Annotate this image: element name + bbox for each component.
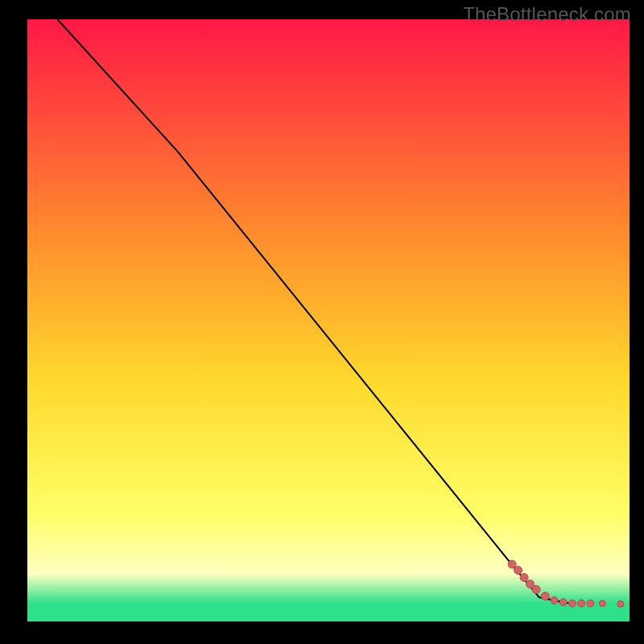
data-dot	[568, 600, 576, 607]
plot-area	[27, 19, 630, 621]
chart-svg	[27, 19, 630, 621]
gradient-background	[27, 19, 630, 621]
data-dot	[559, 599, 567, 606]
data-dot	[514, 566, 522, 574]
data-dot	[551, 597, 558, 604]
chart-frame: TheBottleneck.com	[0, 0, 644, 644]
data-dot	[508, 560, 516, 568]
data-dot	[599, 601, 605, 607]
data-dot	[541, 592, 549, 601]
watermark-text: TheBottleneck.com	[463, 3, 631, 26]
data-dot	[520, 573, 528, 581]
data-dot	[532, 585, 540, 593]
data-dot	[617, 601, 624, 607]
data-dot	[587, 600, 594, 607]
data-dot	[578, 600, 585, 607]
